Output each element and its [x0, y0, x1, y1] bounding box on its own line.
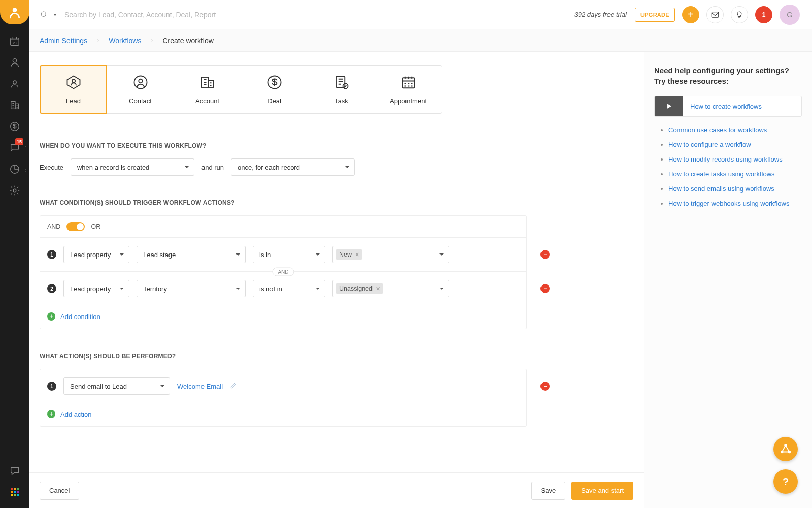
remove-chip-icon[interactable]: ✕: [355, 251, 359, 258]
breadcrumb-admin-settings[interactable]: Admin Settings: [40, 37, 87, 45]
help-links-list: Common use cases for workflows How to co…: [654, 126, 802, 207]
more-dots-icon[interactable]: ⋮: [23, 167, 27, 172]
lead-tab-icon: [66, 75, 81, 90]
sidebar-item-contacts[interactable]: [0, 73, 29, 94]
search-icon[interactable]: [38, 8, 51, 21]
action-type-dropdown[interactable]: Send email to Lead: [63, 377, 170, 395]
sidebar-item-apps[interactable]: [0, 482, 29, 503]
fab-integrations[interactable]: [773, 437, 798, 461]
remove-action-button[interactable]: −: [540, 382, 550, 391]
left-sidebar: 23 15 ⋮ ⋮: [0, 0, 29, 508]
and-or-toggle[interactable]: [66, 222, 85, 231]
edit-template-icon[interactable]: [230, 382, 237, 391]
appointment-tab-icon: [401, 75, 416, 90]
remove-chip-icon[interactable]: ✕: [376, 285, 380, 292]
action-template-link[interactable]: Welcome Email: [177, 383, 223, 390]
save-button[interactable]: Save: [531, 482, 566, 500]
app-logo[interactable]: [0, 0, 29, 24]
remove-condition-button[interactable]: −: [540, 284, 550, 293]
help-title: Need help configuring your settings? Try…: [654, 65, 802, 86]
search-scope-dropdown-icon[interactable]: ▾: [54, 12, 56, 17]
mail-button[interactable]: [706, 6, 724, 23]
account-tab-icon: [200, 75, 215, 90]
help-link[interactable]: Common use cases for workflows: [668, 126, 802, 134]
tab-task[interactable]: Task: [308, 65, 375, 114]
sidebar-item-settings[interactable]: [0, 180, 29, 201]
tab-contact[interactable]: Contact: [107, 65, 174, 114]
bulb-icon: [735, 11, 743, 19]
svg-point-13: [134, 76, 147, 88]
execute-row: Execute when a record is created and run…: [40, 158, 633, 176]
phone-button[interactable]: [731, 6, 748, 23]
condition-value-chip: New ✕: [336, 249, 362, 260]
condition-operator-dropdown[interactable]: is not in: [253, 280, 325, 297]
sidebar-item-reports[interactable]: ⋮: [0, 158, 29, 180]
tab-task-label: Task: [334, 97, 348, 105]
add-icon: +: [47, 312, 55, 321]
condition-value-dropdown[interactable]: Unassigned ✕: [332, 280, 449, 297]
sidebar-item-deals[interactable]: [0, 116, 29, 137]
record-type-tabs: Lead Contact Account Deal Task Appointme…: [40, 65, 633, 114]
breadcrumb-workflows[interactable]: Workflows: [109, 37, 141, 45]
remove-condition-button[interactable]: −: [540, 250, 550, 259]
and-run-label: and run: [201, 164, 224, 171]
svg-point-14: [139, 79, 143, 83]
help-video-link[interactable]: How to create workflows: [654, 96, 802, 117]
condition-scope-dropdown[interactable]: Lead property: [63, 246, 129, 263]
condition-operator-dropdown[interactable]: is in: [253, 246, 325, 263]
execute-trigger-dropdown[interactable]: when a record is created: [71, 158, 194, 176]
dollar-icon: [9, 121, 20, 132]
svg-rect-6: [15, 104, 18, 109]
condition-scope-dropdown[interactable]: Lead property: [63, 280, 129, 297]
upgrade-button[interactable]: UPGRADE: [635, 8, 675, 22]
svg-point-12: [72, 79, 75, 82]
condition-row: 1 Lead property Lead stage is in New ✕ −: [40, 238, 526, 271]
play-icon: [655, 96, 683, 116]
execute-label: Execute: [40, 164, 63, 171]
svg-text:23: 23: [13, 41, 17, 45]
building-icon: [9, 100, 20, 111]
sidebar-item-calendar[interactable]: 23: [0, 30, 29, 52]
tab-contact-label: Contact: [129, 97, 152, 105]
sidebar-item-conversations[interactable]: 15 ⋮: [0, 137, 29, 158]
execute-section-heading: WHEN DO YOU WANT TO EXECUTE THIS WORKFLO…: [40, 142, 633, 149]
more-dots-icon[interactable]: ⋮: [23, 145, 27, 151]
save-and-start-button[interactable]: Save and start: [571, 482, 633, 500]
notification-count: 1: [762, 11, 766, 18]
fab-help[interactable]: ?: [773, 469, 798, 494]
tab-deal-label: Deal: [267, 97, 281, 105]
svg-point-21: [785, 444, 787, 447]
help-link[interactable]: How to trigger webhooks using workflows: [668, 200, 802, 207]
tab-lead[interactable]: Lead: [40, 65, 107, 114]
tab-deal[interactable]: Deal: [241, 65, 308, 114]
tab-account-label: Account: [195, 97, 219, 105]
run-mode-dropdown[interactable]: once, for each record: [231, 158, 355, 176]
help-link[interactable]: How to modify records using workflows: [668, 155, 802, 163]
tab-account[interactable]: Account: [174, 65, 241, 114]
avatar-initial: G: [787, 10, 793, 19]
cancel-button[interactable]: Cancel: [40, 482, 79, 500]
search-input[interactable]: [64, 11, 257, 19]
help-link[interactable]: How to create tasks using workflows: [668, 170, 802, 178]
condition-field-dropdown[interactable]: Lead stage: [137, 246, 246, 263]
svg-point-9: [41, 12, 46, 16]
condition-value-dropdown[interactable]: New ✕: [332, 246, 449, 263]
condition-field-dropdown[interactable]: Territory: [137, 280, 246, 297]
sidebar-item-accounts[interactable]: [0, 94, 29, 116]
help-link[interactable]: How to configure a workflow: [668, 141, 802, 148]
sidebar-item-speech[interactable]: [0, 460, 29, 482]
svg-point-22: [781, 451, 783, 453]
notifications-button[interactable]: 1: [755, 6, 772, 23]
tab-appointment-label: Appointment: [390, 97, 427, 105]
chat-badge: 15: [15, 138, 23, 145]
add-action-link[interactable]: Add action: [60, 410, 91, 418]
contact-icon: [9, 78, 20, 89]
sidebar-item-leads[interactable]: [0, 52, 29, 73]
help-link[interactable]: How to send emails using workflows: [668, 185, 802, 193]
user-avatar[interactable]: G: [780, 5, 800, 25]
add-condition-link[interactable]: Add condition: [60, 313, 100, 321]
execute-trigger-value: when a record is created: [77, 164, 149, 171]
svg-point-8: [13, 189, 16, 192]
tab-appointment[interactable]: Appointment: [375, 65, 442, 114]
quick-add-button[interactable]: +: [682, 6, 699, 23]
